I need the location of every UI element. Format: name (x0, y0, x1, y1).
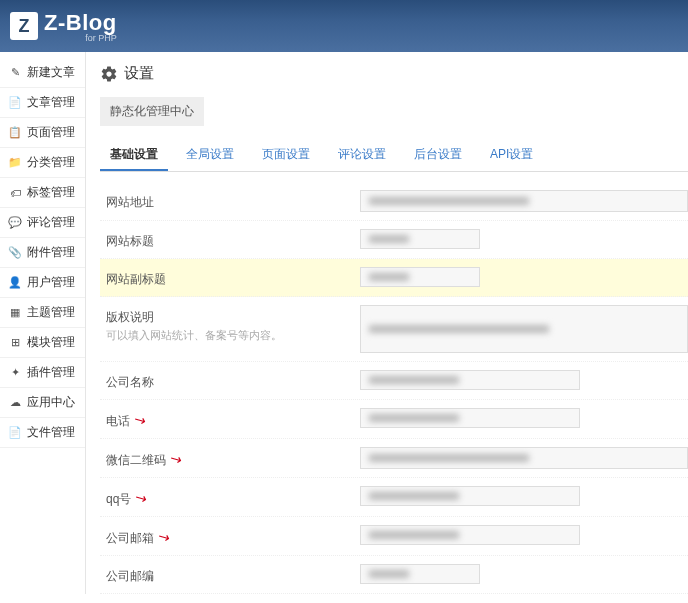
settings-form: 网站地址网站标题网站副标题版权说明可以填入网站统计、备案号等内容。公司名称电话↘… (100, 182, 688, 594)
sidebar-item-1[interactable]: 📄文章管理 (0, 88, 85, 118)
sidebar-icon: 💬 (8, 216, 22, 230)
field-input-wrap (360, 525, 688, 545)
field-label: 公司名称 (100, 370, 360, 391)
text-input[interactable] (360, 564, 480, 584)
field-input-wrap (360, 486, 688, 506)
form-row-2: 网站副标题 (100, 259, 688, 297)
sidebar-icon: ☁ (8, 396, 22, 410)
form-row-4: 公司名称 (100, 362, 688, 400)
field-input-wrap (360, 229, 688, 249)
logo-badge: Z (10, 12, 38, 40)
main-content: 设置 静态化管理中心 基础设置全局设置页面设置评论设置后台设置API设置 网站地… (86, 52, 688, 594)
sidebar-item-4[interactable]: 🏷标签管理 (0, 178, 85, 208)
sidebar-icon: 📋 (8, 126, 22, 140)
gear-icon (100, 65, 118, 83)
form-row-5: 电话↘ (100, 400, 688, 439)
field-label: 公司邮编 (100, 564, 360, 585)
text-input[interactable] (360, 408, 580, 428)
sidebar-icon: 📄 (8, 96, 22, 110)
text-input[interactable] (360, 190, 688, 212)
sidebar-item-label: 插件管理 (27, 364, 75, 381)
field-label: 公司邮箱↘ (100, 525, 360, 547)
form-row-7: qq号↘ (100, 478, 688, 517)
sidebar-item-0[interactable]: ✎新建文章 (0, 58, 85, 88)
sidebar-item-11[interactable]: ☁应用中心 (0, 388, 85, 418)
field-input-wrap (360, 267, 688, 287)
text-input[interactable] (360, 305, 688, 353)
sidebar-item-5[interactable]: 💬评论管理 (0, 208, 85, 238)
sidebar-icon: ✎ (8, 66, 22, 80)
field-label: qq号↘ (100, 486, 360, 508)
page-title-row: 设置 (100, 64, 688, 83)
form-row-3: 版权说明可以填入网站统计、备案号等内容。 (100, 297, 688, 362)
form-row-1: 网站标题 (100, 221, 688, 259)
app-header: Z Z-Blog for PHP (0, 0, 688, 52)
sidebar-item-label: 模块管理 (27, 334, 75, 351)
text-input[interactable] (360, 229, 480, 249)
tab-2[interactable]: 页面设置 (252, 140, 320, 169)
text-input[interactable] (360, 525, 580, 545)
field-label: 网站标题 (100, 229, 360, 250)
field-sublabel: 可以填入网站统计、备案号等内容。 (106, 328, 360, 343)
sidebar-item-7[interactable]: 👤用户管理 (0, 268, 85, 298)
tab-1[interactable]: 全局设置 (176, 140, 244, 169)
sidebar-item-label: 用户管理 (27, 274, 75, 291)
sidebar-item-label: 分类管理 (27, 154, 75, 171)
sidebar-item-label: 新建文章 (27, 64, 75, 81)
sidebar-icon: 📁 (8, 156, 22, 170)
field-label: 网站地址 (100, 190, 360, 211)
sidebar-item-label: 评论管理 (27, 214, 75, 231)
field-input-wrap (360, 564, 688, 584)
form-row-0: 网站地址 (100, 182, 688, 221)
field-label: 网站副标题 (100, 267, 360, 288)
sidebar-item-label: 文章管理 (27, 94, 75, 111)
arrow-icon: ↘ (131, 410, 149, 430)
tab-4[interactable]: 后台设置 (404, 140, 472, 169)
sidebar-item-10[interactable]: ✦插件管理 (0, 358, 85, 388)
sidebar-item-label: 应用中心 (27, 394, 75, 411)
arrow-icon: ↘ (167, 449, 185, 469)
sidebar-item-8[interactable]: ▦主题管理 (0, 298, 85, 328)
tab-0[interactable]: 基础设置 (100, 140, 168, 171)
tabs-bar: 基础设置全局设置页面设置评论设置后台设置API设置 (100, 140, 688, 172)
sidebar-icon: 👤 (8, 276, 22, 290)
sidebar-item-12[interactable]: 📄文件管理 (0, 418, 85, 448)
sidebar-icon: 📎 (8, 246, 22, 260)
sidebar: ✎新建文章📄文章管理📋页面管理📁分类管理🏷标签管理💬评论管理📎附件管理👤用户管理… (0, 52, 86, 594)
field-input-wrap (360, 370, 688, 390)
tab-3[interactable]: 评论设置 (328, 140, 396, 169)
field-input-wrap (360, 408, 688, 428)
arrow-icon: ↘ (155, 527, 173, 547)
sidebar-icon: ⊞ (8, 336, 22, 350)
field-input-wrap (360, 447, 688, 469)
text-input[interactable] (360, 370, 580, 390)
sidebar-item-label: 标签管理 (27, 184, 75, 201)
sidebar-item-3[interactable]: 📁分类管理 (0, 148, 85, 178)
page-title: 设置 (124, 64, 154, 83)
sidebar-item-label: 附件管理 (27, 244, 75, 261)
field-input-wrap (360, 305, 688, 353)
arrow-icon: ↘ (132, 488, 150, 508)
logo-text-wrap: Z-Blog for PHP (44, 10, 117, 43)
sidebar-item-9[interactable]: ⊞模块管理 (0, 328, 85, 358)
sidebar-icon: 🏷 (8, 186, 22, 200)
sidebar-item-6[interactable]: 📎附件管理 (0, 238, 85, 268)
text-input[interactable] (360, 486, 580, 506)
field-input-wrap (360, 190, 688, 212)
form-row-8: 公司邮箱↘ (100, 517, 688, 556)
field-label: 微信二维码↘ (100, 447, 360, 469)
sidebar-icon: ▦ (8, 306, 22, 320)
tab-5[interactable]: API设置 (480, 140, 543, 169)
field-label: 电话↘ (100, 408, 360, 430)
text-input[interactable] (360, 447, 688, 469)
sidebar-icon: 📄 (8, 426, 22, 440)
text-input[interactable] (360, 267, 480, 287)
sidebar-item-2[interactable]: 📋页面管理 (0, 118, 85, 148)
sidebar-item-label: 页面管理 (27, 124, 75, 141)
form-row-9: 公司邮编 (100, 556, 688, 594)
logo-text: Z-Blog (44, 10, 117, 35)
sidebar-item-label: 主题管理 (27, 304, 75, 321)
field-label: 版权说明可以填入网站统计、备案号等内容。 (100, 305, 360, 343)
static-mgmt-button[interactable]: 静态化管理中心 (100, 97, 204, 126)
form-row-6: 微信二维码↘ (100, 439, 688, 478)
